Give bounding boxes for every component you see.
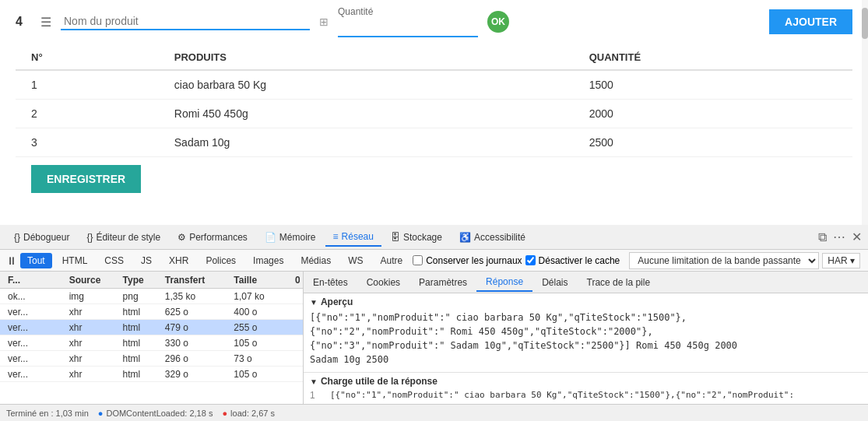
tab-reponse[interactable]: Réponse bbox=[476, 273, 532, 292]
devtools-content: F... Source Type Transfert Taille 0 ms o… bbox=[0, 272, 868, 404]
net-cell-type: png bbox=[118, 291, 160, 302]
cell-num: 1 bbox=[16, 70, 159, 100]
filter-autre[interactable]: Autre bbox=[373, 253, 409, 268]
desactiver-cache-checkbox[interactable] bbox=[525, 255, 536, 265]
cell-num: 3 bbox=[16, 128, 159, 157]
input-row: 4 ☰ ⊞ Quantité OK AJOUTER bbox=[16, 6, 852, 37]
net-cell-source: xhr bbox=[65, 322, 118, 333]
tab-memoire[interactable]: 📄 Mémoire bbox=[257, 229, 324, 246]
expand-icon[interactable]: ⧉ bbox=[818, 230, 827, 244]
tab-debogueur[interactable]: {} Débogueur bbox=[6, 229, 77, 246]
apercu-triangle: ▼ bbox=[310, 298, 318, 307]
bande-passante-select[interactable]: Aucune limitation de la bande passante bbox=[629, 252, 819, 269]
filter-images[interactable]: Images bbox=[246, 253, 290, 268]
filter-xhr[interactable]: XHR bbox=[162, 253, 195, 268]
response-body: ▼ Aperçu [{"no":"1","nomProduit":" ciao … bbox=[304, 293, 868, 372]
charge-section: ▼ Charge utile de la réponse 1 [{"no":"1… bbox=[304, 372, 868, 404]
net-cell-transfer: 625 o bbox=[160, 307, 230, 318]
conserve-journaux-label[interactable]: Conserver les journaux bbox=[413, 255, 522, 266]
pause-button[interactable]: ⏸ bbox=[6, 254, 17, 267]
net-cell-source: xhr bbox=[65, 369, 118, 380]
net-cell-size: 105 o bbox=[229, 338, 290, 349]
tab-delais[interactable]: Délais bbox=[532, 274, 577, 291]
col-bar-header: 0 ms bbox=[290, 275, 300, 286]
net-cell-f: ver... bbox=[3, 322, 65, 333]
product-table: N° PRODUITS QUANTITÉ 1 ciao barbara 50 K… bbox=[16, 45, 852, 157]
net-cell-f: ver... bbox=[3, 353, 65, 364]
network-rows: ok... img png 1,35 ko 1,07 ko ver... xhr… bbox=[0, 289, 303, 404]
tab-en-tetes[interactable]: En-têtes bbox=[304, 274, 357, 291]
net-cell-size: 73 o bbox=[229, 353, 290, 364]
network-row[interactable]: ok... img png 1,35 ko 1,07 ko bbox=[0, 289, 303, 304]
filter-medias[interactable]: Médias bbox=[293, 253, 338, 268]
ok-button[interactable]: OK bbox=[487, 11, 509, 33]
filter-ws[interactable]: WS bbox=[341, 253, 370, 268]
conserve-journaux-checkbox[interactable] bbox=[413, 255, 423, 265]
net-cell-size: 1,07 ko bbox=[229, 291, 290, 302]
ajouter-button[interactable]: AJOUTER bbox=[769, 9, 852, 34]
tab-editeur-style[interactable]: {} Éditeur de style bbox=[79, 229, 168, 246]
cell-produit: ciao barbara 50 Kg bbox=[159, 70, 574, 100]
har-button[interactable]: HAR ▾ bbox=[822, 253, 860, 268]
filter-polices[interactable]: Polices bbox=[199, 253, 243, 268]
col-f-header: F... bbox=[3, 275, 65, 286]
tab-trace[interactable]: Trace de la pile bbox=[578, 274, 660, 291]
scrollbar-vertical[interactable] bbox=[862, 0, 868, 225]
filter-css[interactable]: CSS bbox=[97, 253, 131, 268]
tab-accessibilite[interactable]: ♿ Accessibilité bbox=[452, 229, 533, 246]
tab-stockage[interactable]: 🗄 Stockage bbox=[383, 229, 450, 246]
net-cell-transfer: 479 o bbox=[160, 322, 230, 333]
net-cell-source: xhr bbox=[65, 338, 118, 349]
network-table-header: F... Source Type Transfert Taille 0 ms bbox=[0, 272, 303, 289]
list-icon: ☰ bbox=[40, 15, 51, 30]
network-row[interactable]: ver... xhr html 625 o 400 o bbox=[0, 304, 303, 320]
net-cell-type: html bbox=[118, 307, 160, 318]
net-cell-f: ver... bbox=[3, 369, 65, 380]
response-tabs: En-têtes Cookies Paramètres Réponse Déla… bbox=[304, 272, 868, 293]
charge-triangle: ▼ bbox=[310, 377, 318, 386]
net-cell-source: xhr bbox=[65, 307, 118, 318]
network-row[interactable]: ver... xhr html 479 o 255 o bbox=[0, 320, 303, 335]
network-row[interactable]: ver... xhr html 330 o 105 o bbox=[0, 335, 303, 351]
tab-performances[interactable]: ⚙ Performances bbox=[170, 229, 255, 246]
net-cell-type: html bbox=[118, 353, 160, 364]
apercu-section-header[interactable]: ▼ Aperçu bbox=[310, 296, 862, 307]
product-input[interactable] bbox=[61, 13, 310, 30]
accessibilite-icon: ♿ bbox=[459, 232, 471, 243]
col-produits-header: PRODUITS bbox=[159, 45, 574, 70]
filter-html[interactable]: HTML bbox=[55, 253, 95, 268]
network-row[interactable]: ver... xhr html 329 o 105 o bbox=[0, 367, 303, 382]
desactiver-cache-label[interactable]: Désactiver le cache bbox=[525, 255, 620, 266]
network-left-panel: F... Source Type Transfert Taille 0 ms o… bbox=[0, 272, 304, 404]
cell-produit: Romi 450 450g bbox=[159, 100, 574, 128]
tab-reseau[interactable]: ≡ Réseau bbox=[325, 228, 381, 247]
network-row[interactable]: ver... xhr html 296 o 73 o bbox=[0, 351, 303, 367]
debogueur-icon: {} bbox=[14, 232, 20, 243]
quantity-input[interactable] bbox=[338, 20, 478, 37]
cell-quantite: 2500 bbox=[574, 128, 852, 157]
net-cell-source: img bbox=[65, 291, 118, 302]
close-icon[interactable]: ✕ bbox=[852, 230, 862, 244]
filter-js[interactable]: JS bbox=[134, 253, 159, 268]
net-cell-size: 105 o bbox=[229, 369, 290, 380]
apercu-json: [{"no":"1","nomProduit":" ciao barbara 5… bbox=[310, 310, 862, 367]
tab-parametres[interactable]: Paramètres bbox=[409, 274, 476, 291]
tab-cookies[interactable]: Cookies bbox=[357, 274, 409, 291]
cell-quantite: 1500 bbox=[574, 70, 852, 100]
charge-section-header[interactable]: ▼ Charge utile de la réponse bbox=[310, 376, 862, 387]
net-cell-f: ok... bbox=[3, 291, 65, 302]
enregistrer-button[interactable]: ENREGISTRER bbox=[31, 165, 141, 193]
stockage-icon: 🗄 bbox=[391, 232, 400, 243]
net-cell-type: html bbox=[118, 338, 160, 349]
row-number: 4 bbox=[16, 15, 31, 29]
net-cell-transfer: 1,35 ko bbox=[160, 291, 230, 302]
load-dot: ● bbox=[222, 409, 227, 418]
more-icon[interactable]: ⋯ bbox=[833, 230, 845, 244]
table-row: 1 ciao barbara 50 Kg 1500 bbox=[16, 70, 852, 100]
status-dom: ● DOMContentLoaded: 2,18 s bbox=[98, 409, 213, 418]
cell-produit: Sadam 10g bbox=[159, 128, 574, 157]
table-header-row: N° PRODUITS QUANTITÉ bbox=[16, 45, 852, 70]
quantity-section: Quantité bbox=[338, 6, 478, 37]
col-source-header: Source bbox=[65, 275, 118, 286]
filter-tout[interactable]: Tout bbox=[20, 253, 52, 268]
